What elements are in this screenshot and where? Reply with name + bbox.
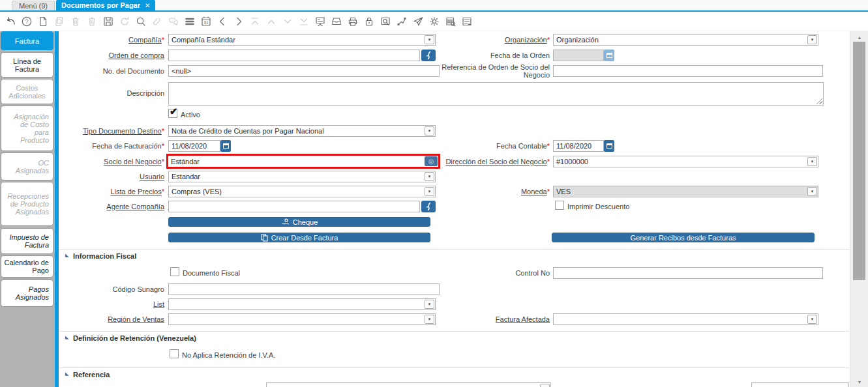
chat-icon [168, 16, 179, 27]
agente-compania-lookup-button[interactable] [421, 201, 436, 212]
fecha-contable-calendar-icon[interactable] [604, 140, 614, 152]
next-record-icon[interactable] [233, 16, 245, 27]
generar-recibos-button[interactable]: Generar Recibos desde Facturas [552, 233, 815, 242]
agente-compania-input[interactable] [168, 201, 420, 212]
no-documento-input[interactable]: <null> [168, 65, 440, 77]
lista-precios-label[interactable]: Lista de Precios* [39, 188, 164, 195]
scrollbar-thumb[interactable] [853, 42, 865, 280]
fecha-contable-input[interactable]: 11/08/2020 [553, 140, 604, 152]
copy-document-icon [261, 234, 268, 242]
factura-afectada-label[interactable]: Factura Afectada [365, 315, 550, 323]
fecha-orden-calendar-icon [604, 50, 614, 61]
agente-compania-label[interactable]: Agente Compañía [39, 203, 164, 210]
sidebar-tab-calendario-de-pago[interactable]: Calendario de Pago [1, 255, 53, 278]
direccion-socio-select[interactable]: #1000000▾ [553, 156, 818, 167]
chevron-down-icon[interactable]: ▾ [807, 315, 817, 324]
organizacion-select[interactable]: Organización▾ [553, 34, 818, 46]
no-documento-label: No. del Documento [39, 67, 164, 75]
compania-label[interactable]: Compañía* [39, 36, 164, 44]
factura-afectada-select[interactable]: ▾ [553, 313, 818, 325]
chevron-down-icon[interactable]: ▾ [807, 35, 817, 44]
workflow-icon[interactable] [396, 16, 408, 27]
tipo-documento-label[interactable]: Tipo Documento Destino* [39, 127, 164, 135]
product-info-icon[interactable] [445, 16, 456, 27]
cheque-icon [281, 218, 290, 225]
organizacion-label[interactable]: Organización* [365, 36, 550, 44]
find-icon[interactable] [135, 16, 147, 27]
tipo-documento-select[interactable]: Nota de Crédito de Cuentas por Pagar Nac… [168, 125, 436, 137]
imprimir-descuento-checkbox[interactable] [555, 201, 564, 210]
descripcion-textarea[interactable] [168, 82, 824, 106]
section-divider [59, 249, 849, 250]
fecha-orden-input [553, 50, 604, 61]
definicion-retencion-header[interactable]: Definición de Retención (Venezuela) [73, 334, 196, 342]
list-select[interactable]: ▾ [168, 298, 436, 310]
usuario-label[interactable]: Usuario [39, 173, 164, 180]
parent-record-icon [265, 16, 277, 27]
print-icon[interactable] [347, 16, 359, 27]
previous-record-icon[interactable] [217, 16, 228, 27]
help-icon[interactable]: ? [21, 16, 33, 27]
no-aplica-iva-checkbox[interactable] [170, 349, 179, 358]
archive-icon[interactable] [331, 16, 342, 27]
moneda-select: VES▾ [553, 186, 818, 197]
informacion-fiscal-header[interactable]: Informacion Fiscal [73, 252, 136, 260]
referencia-partial-field-right[interactable] [751, 382, 849, 387]
history-icon[interactable]: 31 [200, 16, 212, 27]
delete-selection-icon [86, 16, 98, 27]
crear-desde-factura-button[interactable]: Crear Desde Factura [168, 233, 430, 242]
toolbar: ?31 [0, 12, 868, 31]
attachment-icon [151, 16, 163, 27]
imprimir-descuento-label: Imprimir Descuento [567, 203, 629, 210]
collapse-triangle-icon[interactable]: ◣ [65, 335, 68, 340]
cheque-button[interactable]: Cheque [168, 217, 430, 227]
tab-menu[interactable]: Menú (9) [12, 1, 55, 10]
referencia-partial-field-left[interactable] [266, 382, 551, 387]
referencia-header[interactable]: Referencia [73, 371, 110, 379]
undo-icon[interactable] [5, 16, 16, 27]
activo-checkbox[interactable]: ✔ [168, 109, 177, 118]
preferences-icon[interactable] [428, 16, 440, 27]
chevron-down-icon[interactable]: ▾ [425, 172, 434, 181]
fecha-facturacion-input[interactable]: 11/08/2020 [168, 140, 220, 152]
report-icon[interactable] [314, 16, 326, 27]
fecha-facturacion-calendar-icon[interactable] [220, 140, 231, 152]
socio-negocio-label[interactable]: Socio del Negocio* [39, 158, 164, 165]
first-record-icon [249, 16, 261, 27]
chevron-down-icon[interactable] [540, 384, 550, 387]
documento-fiscal-checkbox[interactable] [170, 267, 179, 276]
orden-compra-label[interactable]: Orden de compra [39, 51, 164, 59]
sidebar-tab-impuesto-de-factura[interactable]: Impuesto de Factura [1, 228, 53, 254]
new-record-icon[interactable] [37, 16, 49, 27]
moneda-label[interactable]: Moneda* [365, 188, 550, 195]
referencia-orden-input[interactable] [553, 65, 823, 77]
scroll-up-icon[interactable]: ▲ [850, 35, 868, 40]
check-icon: ✔ [170, 106, 178, 117]
direccion-socio-label[interactable]: Dirección del Socio del Negocio* [365, 158, 550, 165]
region-ventas-label[interactable]: Región de Ventas [39, 315, 164, 323]
collapse-triangle-icon[interactable]: ◣ [65, 371, 68, 377]
report-window-icon[interactable] [461, 16, 473, 27]
list-label[interactable]: List [39, 300, 164, 308]
chevron-down-icon[interactable]: ▾ [425, 300, 434, 309]
lock-icon[interactable] [363, 16, 375, 27]
chevron-down-icon[interactable]: ▾ [425, 126, 434, 136]
codigo-sunagro-input[interactable] [168, 283, 440, 295]
section-divider [59, 331, 849, 332]
zoom-across-icon[interactable] [380, 16, 391, 27]
chevron-down-icon[interactable]: ▾ [807, 157, 817, 166]
collapse-triangle-icon[interactable]: ◣ [65, 253, 68, 258]
no-aplica-iva-label: No Aplica Retención de I.V.A. [182, 351, 275, 359]
close-tab-icon[interactable]: ✕ [145, 2, 150, 9]
vertical-scrollbar[interactable]: ▲ ▼ [850, 31, 868, 387]
save-icon[interactable] [102, 16, 114, 27]
scroll-down-icon[interactable]: ▼ [850, 380, 868, 384]
grid-toggle-icon[interactable] [184, 16, 196, 27]
window-tabstrip: Menú (9) Documentos por Pagar ✕ [0, 0, 868, 10]
request-icon[interactable] [412, 16, 424, 27]
usuario-select[interactable]: Estandar▾ [168, 171, 436, 182]
control-no-input[interactable] [553, 267, 823, 279]
control-no-label: Control No [365, 269, 550, 277]
tab-documentos-por-pagar[interactable]: Documentos por Pagar ✕ [56, 0, 155, 10]
chevron-down-icon: ▾ [807, 187, 817, 196]
